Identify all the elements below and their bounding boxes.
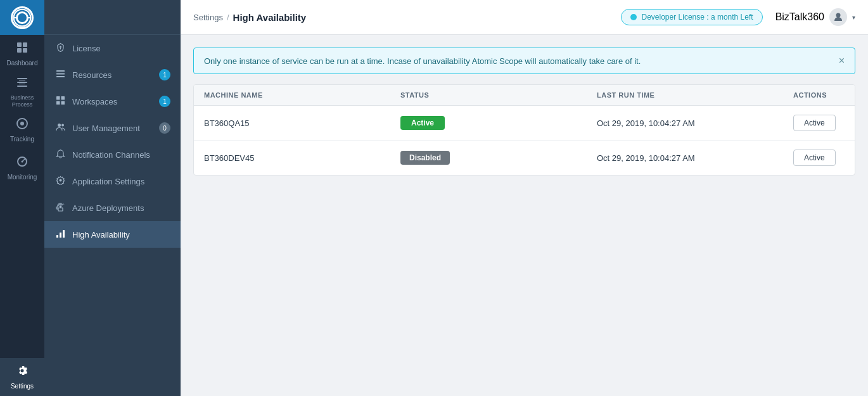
close-banner-button[interactable]: ×: [839, 56, 845, 66]
status-badge-2: Disabled: [400, 151, 450, 165]
logo-symbol: [11, 6, 34, 29]
machine-name-1: BT360QA15: [204, 118, 400, 128]
azure-deployments-icon: [54, 202, 66, 214]
svg-point-34: [836, 13, 841, 18]
status-badge-1: Active: [400, 116, 445, 130]
nav-label-tracking: Tracking: [10, 136, 34, 143]
svg-rect-8: [17, 78, 27, 79]
breadcrumb-parent[interactable]: Settings: [193, 13, 223, 22]
breadcrumb-separator: /: [227, 13, 229, 22]
business-process-icon: [16, 76, 29, 92]
user-name: BizTalk360: [775, 11, 824, 23]
resources-badge: 1: [159, 69, 170, 80]
top-header: Settings / High Availability Developer L…: [181, 0, 868, 35]
svg-point-26: [61, 124, 64, 127]
icon-nav: Dashboard Business Process Tracking: [0, 0, 44, 396]
svg-rect-20: [56, 76, 65, 77]
action-cell-2: Active: [793, 150, 845, 166]
svg-rect-32: [60, 233, 61, 238]
license-icon: [54, 42, 66, 54]
nav-item-dashboard[interactable]: Dashboard: [0, 35, 44, 73]
user-section[interactable]: BizTalk360 ▾: [775, 8, 855, 26]
sidebar-item-notification-channels[interactable]: Notification Channels: [44, 141, 181, 168]
tracking-icon: [16, 117, 29, 133]
license-badge[interactable]: Developer License : a month Left: [621, 9, 763, 25]
svg-point-16: [60, 46, 61, 48]
sidebar-label-high-availability: High Availability: [72, 230, 130, 240]
avatar: [829, 8, 847, 26]
settings-icon: [16, 364, 29, 380]
action-button-1[interactable]: Active: [793, 115, 836, 131]
sidebar-item-license[interactable]: License: [44, 35, 181, 61]
breadcrumb: Settings / High Availability: [193, 12, 616, 23]
svg-rect-33: [63, 230, 65, 238]
svg-point-0: [14, 9, 31, 26]
user-management-icon: [54, 122, 66, 134]
svg-point-14: [20, 122, 24, 125]
nav-item-monitoring[interactable]: Monitoring: [0, 149, 44, 187]
svg-rect-22: [61, 96, 65, 100]
svg-point-28: [59, 179, 61, 182]
status-1: Active: [400, 116, 597, 130]
table-row: BT360QA15 Active Oct 29, 2019, 10:04:27 …: [194, 106, 855, 141]
high-availability-icon: [54, 229, 66, 240]
svg-rect-23: [56, 101, 60, 105]
svg-rect-11: [19, 80, 25, 80]
sidebar-label-application-settings: Application Settings: [72, 177, 144, 186]
dashboard-icon: [16, 41, 29, 57]
app-logo[interactable]: [0, 0, 44, 35]
nav-item-business-process[interactable]: Business Process: [0, 73, 44, 111]
breadcrumb-current: High Availability: [233, 12, 307, 23]
sidebar-item-workspaces[interactable]: Workspaces 1: [44, 88, 181, 115]
svg-rect-21: [56, 96, 60, 100]
nav-label-settings: Settings: [11, 383, 34, 390]
availability-table: MACHINE NAME STATUS LAST RUN TIME ACTION…: [193, 84, 855, 176]
nav-item-settings[interactable]: Settings: [0, 358, 44, 396]
col-actions: ACTIONS: [793, 91, 845, 99]
svg-rect-5: [23, 42, 27, 47]
sidebar-item-high-availability[interactable]: High Availability: [44, 221, 181, 248]
svg-rect-31: [56, 235, 58, 238]
sidebar-item-resources[interactable]: Resources 1: [44, 61, 181, 88]
license-text: Developer License : a month Left: [642, 13, 753, 22]
user-chevron: ▾: [852, 14, 855, 21]
sidebar-item-application-settings[interactable]: Application Settings: [44, 168, 181, 195]
svg-rect-12: [19, 84, 25, 84]
svg-point-1: [18, 14, 26, 22]
nav-item-tracking[interactable]: Tracking: [0, 111, 44, 149]
svg-rect-6: [17, 48, 22, 53]
nav-label-business-process: Business Process: [0, 94, 44, 108]
machine-name-2: BT360DEV45: [204, 153, 400, 163]
nav-label-monitoring: Monitoring: [8, 174, 37, 181]
action-button-2[interactable]: Active: [793, 150, 836, 166]
svg-rect-18: [56, 70, 65, 72]
monitoring-icon: [16, 155, 29, 171]
svg-rect-7: [23, 48, 27, 53]
svg-rect-24: [61, 101, 65, 105]
sidebar-item-azure-deployments[interactable]: Azure Deployments: [44, 195, 181, 221]
main-wrapper: Settings / High Availability Developer L…: [181, 0, 868, 396]
notification-channels-icon: [54, 149, 66, 160]
last-run-time-2: Oct 29, 2019, 10:04:27 AM: [597, 153, 793, 163]
license-dot: [630, 14, 637, 20]
svg-rect-19: [56, 73, 65, 75]
table-row: BT360DEV45 Disabled Oct 29, 2019, 10:04:…: [194, 141, 855, 175]
application-settings-icon: [54, 176, 66, 187]
svg-rect-29: [58, 208, 63, 211]
sidebar-label-resources: Resources: [72, 70, 112, 80]
sidebar: License Resources 1 Workspaces 1: [44, 0, 181, 396]
sidebar-label-notification-channels: Notification Channels: [72, 150, 150, 160]
info-banner: Only one instance of service can be run …: [193, 48, 855, 74]
table-header: MACHINE NAME STATUS LAST RUN TIME ACTION…: [194, 85, 855, 106]
col-status: STATUS: [400, 91, 597, 99]
sidebar-header: [44, 0, 181, 35]
svg-rect-9: [17, 82, 27, 83]
svg-rect-10: [17, 86, 27, 87]
svg-rect-4: [17, 42, 22, 47]
workspaces-icon: [54, 96, 66, 107]
nav-label-dashboard: Dashboard: [7, 60, 38, 67]
sidebar-item-user-management[interactable]: User Management 0: [44, 115, 181, 141]
user-management-badge: 0: [159, 122, 170, 134]
sidebar-label-azure-deployments: Azure Deployments: [72, 203, 144, 213]
last-run-time-1: Oct 29, 2019, 10:04:27 AM: [597, 118, 793, 128]
